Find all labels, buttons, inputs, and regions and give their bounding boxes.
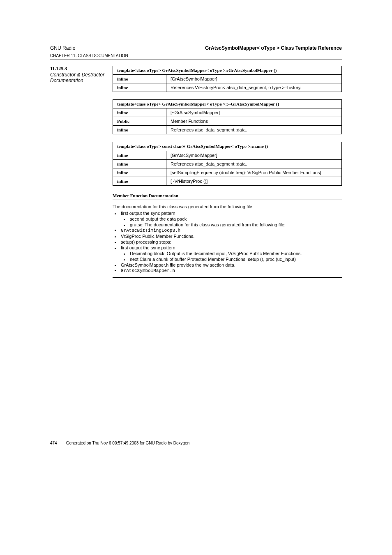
header-right: GrAtscSymbolMapper< oType > Class Templa…	[205, 45, 342, 51]
table-row: inline References atsc_data_segment::dat…	[113, 126, 342, 134]
cell-key: inline	[113, 126, 166, 134]
main-content: template<class oType> GrAtscSymbolMapper…	[113, 66, 342, 278]
list-item: first output the sync pattern Decimating…	[120, 245, 342, 262]
list-item: VrSigProc Public Member Functions.	[120, 234, 342, 239]
cell-val: References atsc_data_segment::data.	[166, 160, 342, 168]
cell-val: [~GrAtscSymbolMapper]	[166, 108, 342, 117]
list-text: first output the sync pattern	[121, 245, 175, 250]
left-margin: 11.125.3 Constructor & Destructor Docume…	[50, 66, 113, 278]
list-item: GrAtscBitTimingLoop3.h	[120, 228, 342, 233]
cell-key: inline	[113, 83, 166, 92]
section-number: 11.125.3	[50, 66, 113, 72]
table-name-fn: template<class oType> const char∗ GrAtsc…	[113, 142, 342, 186]
cell-val: References VrHistoryProc< atsc_data_segm…	[166, 83, 342, 92]
table-row: inline References VrHistoryProc< atsc_da…	[113, 83, 342, 92]
list-text: first output the sync pattern	[121, 211, 175, 216]
cell-val: [GrAtscSymbolMapper]	[166, 151, 342, 160]
table-caption: template<class oType> GrAtscSymbolMapper…	[113, 100, 342, 108]
constructor-label: Constructor & Destructor Documentation	[50, 72, 113, 83]
table-destructor: template<class oType> GrAtscSymbolMapper…	[113, 99, 342, 134]
header-left: GNU Radio	[50, 45, 75, 51]
generated-by: Generated on Thu Nov 6 00:57:49 2003 for…	[66, 441, 190, 445]
list-item: setup() processing steps:	[120, 240, 342, 244]
table-row: inline [GrAtscSymbolMapper]	[113, 75, 342, 83]
footer: 474 Generated on Thu Nov 6 00:57:49 2003…	[50, 439, 342, 445]
cell-val: [~VrHistoryProc ()]	[166, 177, 342, 186]
cell-key: inline	[113, 108, 166, 117]
cell-key: inline	[113, 177, 166, 186]
header-rule	[50, 60, 342, 60]
footer-info: 474 Generated on Thu Nov 6 00:57:49 2003…	[50, 441, 342, 445]
top-row: GNU Radio GrAtscSymbolMapper< oType > Cl…	[50, 45, 342, 51]
chapter-label: CHAPTER 11. CLASS DOCUMENTATION	[50, 53, 342, 58]
page-number: 474	[50, 441, 57, 445]
cell-key: inline	[113, 75, 166, 83]
table-caption: template<class oType> const char∗ GrAtsc…	[113, 142, 342, 151]
table-row: inline [~VrHistoryProc ()]	[113, 177, 342, 186]
cell-key: inline	[113, 168, 166, 177]
list-item: first output the sync pattern second out…	[120, 211, 342, 227]
list-item: GrAtscSymbolMapper.h file provides the n…	[120, 263, 342, 267]
cell-val: Member Functions	[166, 117, 342, 126]
table-row: Public Member Functions	[113, 117, 342, 126]
cell-key: inline	[113, 151, 166, 160]
footer-rule	[50, 439, 342, 439]
table-row: inline [setSamplingFrequency (double fre…	[113, 168, 342, 177]
list-item: second output the data pack	[129, 216, 342, 221]
table-row: inline [GrAtscSymbolMapper]	[113, 151, 342, 160]
table-row: inline [~GrAtscSymbolMapper]	[113, 108, 342, 117]
product-name: GNU Radio	[50, 45, 75, 51]
table-caption: template<class oType> GrAtscSymbolMapper…	[113, 66, 342, 75]
table-row: inline References atsc_data_segment::dat…	[113, 160, 342, 168]
list-item: next Claim a chunk of buffer Protected M…	[129, 257, 342, 262]
deps-list: first output the sync pattern second out…	[113, 211, 342, 273]
member-fn-label: Member Function Documentation	[113, 193, 342, 198]
list-item: GrAtscSymbolMapper.h	[120, 268, 342, 273]
section-rule	[113, 200, 342, 200]
cell-val: [GrAtscSymbolMapper]	[166, 75, 342, 83]
list-item: gratsc: The documentation for this class…	[129, 222, 342, 227]
deps-intro: The documentation for this class was gen…	[113, 204, 342, 209]
content-bottom-rule	[113, 277, 342, 278]
cell-key: Public	[113, 117, 166, 126]
cell-val: References atsc_data_segment::data.	[166, 126, 342, 134]
two-column: 11.125.3 Constructor & Destructor Docume…	[50, 66, 342, 278]
list-item: Decimating block: Output is the decimate…	[129, 251, 342, 256]
table-constructor: template<class oType> GrAtscSymbolMapper…	[113, 66, 342, 92]
cell-val: [setSamplingFrequency (double freq): VrS…	[166, 168, 342, 177]
cell-key: inline	[113, 160, 166, 168]
page: GNU Radio GrAtscSymbolMapper< oType > Cl…	[0, 0, 392, 555]
